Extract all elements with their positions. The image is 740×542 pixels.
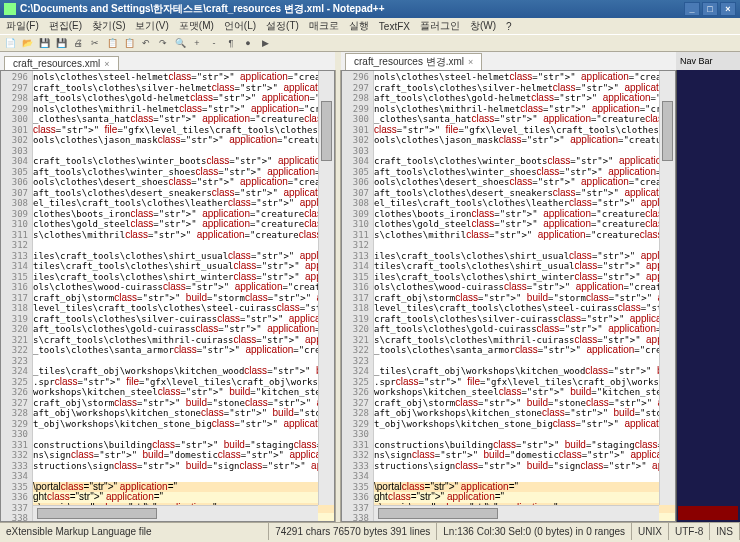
line-gutter: 296 297 298 299 300 301 302 303 304 305 …: [1, 71, 33, 521]
title-bar: C:\Documents and Settings\한자테스트\craft_re…: [0, 0, 740, 18]
navbar-header: Nav Bar: [676, 52, 740, 70]
status-bar: eXtensible Markup Language file 74291 ch…: [0, 522, 740, 540]
status-eol: UNIX: [632, 523, 669, 540]
nav-diff-marker: [678, 506, 738, 520]
menu-item[interactable]: 설정(T): [262, 19, 303, 33]
menu-item[interactable]: 창(W): [466, 19, 500, 33]
menu-bar: 파일(F)편집(E)찾기(S)보기(V)포맷(M)언어(L)설정(T)매크로실행…: [0, 18, 740, 34]
menu-item[interactable]: 매크로: [305, 19, 343, 33]
wrap-icon[interactable]: ¶: [223, 35, 239, 51]
status-ins: INS: [710, 523, 740, 540]
menu-item[interactable]: 플러그인: [416, 19, 464, 33]
save-icon[interactable]: 💾: [36, 35, 52, 51]
status-chars: 74291 chars 76570 bytes 391 lines: [269, 523, 437, 540]
zoom-out-icon[interactable]: -: [206, 35, 222, 51]
editor-left[interactable]: 296 297 298 299 300 301 302 303 304 305 …: [0, 70, 335, 522]
save-all-icon[interactable]: 💾: [53, 35, 69, 51]
menu-item[interactable]: ?: [502, 21, 516, 32]
menu-item[interactable]: TextFX: [375, 21, 414, 32]
paste-icon[interactable]: 📋: [121, 35, 137, 51]
tab-label: craft_resources.xml: [13, 58, 100, 69]
status-lang: eXtensible Markup Language file: [0, 523, 269, 540]
menu-item[interactable]: 보기(V): [131, 19, 172, 33]
code-area[interactable]: nols\clothes\steel-helmetclass="str">" a…: [33, 71, 334, 521]
zoom-in-icon[interactable]: +: [189, 35, 205, 51]
tab-label: craft_resources 변경.xml: [354, 55, 464, 69]
find-icon[interactable]: 🔍: [172, 35, 188, 51]
undo-icon[interactable]: ↶: [138, 35, 154, 51]
menu-item[interactable]: 실행: [345, 19, 373, 33]
tab-bar-left: craft_resources.xml ×: [0, 52, 335, 70]
new-icon[interactable]: 📄: [2, 35, 18, 51]
cut-icon[interactable]: ✂: [87, 35, 103, 51]
scrollbar-vertical[interactable]: [318, 71, 334, 505]
app-icon: [4, 3, 16, 15]
toolbar: 📄 📂 💾 💾 🖨 ✂ 📋 📋 ↶ ↷ 🔍 + - ¶ ● ▶: [0, 34, 740, 52]
menu-item[interactable]: 편집(E): [45, 19, 86, 33]
close-button[interactable]: ×: [720, 2, 736, 16]
menu-item[interactable]: 언어(L): [220, 19, 260, 33]
minimize-button[interactable]: _: [684, 2, 700, 16]
record-icon[interactable]: ●: [240, 35, 256, 51]
close-icon[interactable]: ×: [104, 59, 109, 69]
menu-item[interactable]: 포맷(M): [175, 19, 218, 33]
nav-bar-panel: [676, 70, 740, 522]
window-title: C:\Documents and Settings\한자테스트\craft_re…: [20, 2, 385, 16]
play-icon[interactable]: ▶: [257, 35, 273, 51]
status-pos: Ln:136 Col:30 Sel:0 (0 bytes) in 0 range…: [437, 523, 632, 540]
print-icon[interactable]: 🖨: [70, 35, 86, 51]
line-gutter: 296 297 298 299 300 301 302 303 304 305 …: [342, 71, 374, 521]
scrollbar-horizontal[interactable]: [33, 505, 318, 521]
tab-bar-right: craft_resources 변경.xml ×: [341, 52, 676, 70]
menu-item[interactable]: 파일(F): [2, 19, 43, 33]
status-enc: UTF-8: [669, 523, 710, 540]
menu-item[interactable]: 찾기(S): [88, 19, 129, 33]
scrollbar-horizontal[interactable]: [374, 505, 659, 521]
editor-right[interactable]: 296 297 298 299 300 301 302 303 304 305 …: [341, 70, 676, 522]
code-area[interactable]: nols\clothes\steel-helmetclass="str">" a…: [374, 71, 675, 521]
split-view: 296 297 298 299 300 301 302 303 304 305 …: [0, 70, 740, 522]
tab-right[interactable]: craft_resources 변경.xml ×: [345, 53, 482, 70]
maximize-button[interactable]: □: [702, 2, 718, 16]
close-icon[interactable]: ×: [468, 57, 473, 67]
redo-icon[interactable]: ↷: [155, 35, 171, 51]
copy-icon[interactable]: 📋: [104, 35, 120, 51]
scrollbar-vertical[interactable]: [659, 71, 675, 505]
tab-left[interactable]: craft_resources.xml ×: [4, 56, 119, 70]
open-icon[interactable]: 📂: [19, 35, 35, 51]
